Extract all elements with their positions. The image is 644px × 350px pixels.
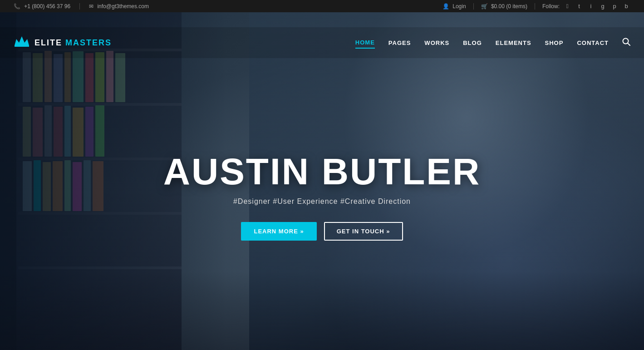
facebook-icon[interactable]:  — [563, 3, 571, 10]
topbar-left: 📞 +1 (800) 456 37 96 ✉ info@gt3themes.co… — [14, 3, 149, 10]
nav-item-elements[interactable]: ELEMENTS — [496, 38, 531, 48]
logo-icon — [14, 35, 30, 50]
phone-icon: 📞 — [14, 3, 20, 10]
nav-item-contact[interactable]: CONTACT — [577, 38, 609, 48]
nav-item-home[interactable]: HOME — [355, 37, 375, 49]
login-link[interactable]: 👤 Login — [442, 3, 466, 10]
cart-icon: 🛒 — [481, 3, 488, 10]
phone-number: 📞 +1 (800) 456 37 96 — [14, 3, 70, 10]
search-icon[interactable] — [622, 38, 630, 48]
svg-rect-0 — [15, 45, 29, 47]
hero-subtitle: #Designer #User Experience #Creative Dir… — [163, 197, 481, 206]
behance-icon[interactable]: b — [622, 3, 630, 10]
get-in-touch-button[interactable]: Get in Touch » — [324, 222, 403, 241]
pinterest-icon[interactable]: p — [610, 3, 619, 10]
google-plus-icon[interactable]: g — [599, 3, 607, 10]
hero-name: AUSTIN BUTLER — [163, 152, 481, 191]
topbar-divider-2 — [473, 3, 474, 10]
topbar-right: 👤 Login 🛒 $0.00 (0 items) Follow:  t i … — [442, 3, 630, 10]
site-logo[interactable]: ELITE MASTERS — [14, 35, 112, 50]
twitter-icon[interactable]: t — [575, 3, 583, 10]
email-icon: ✉ — [89, 3, 93, 10]
nav-item-works[interactable]: WORKS — [424, 38, 449, 48]
learn-more-button[interactable]: Learn More » — [241, 222, 316, 241]
nav-item-pages[interactable]: PAGES — [388, 38, 411, 48]
site-header: ELITE MASTERS HOME PAGES WORKS BLOG ELEM… — [0, 27, 644, 58]
topbar-divider-3 — [535, 3, 535, 10]
user-icon: 👤 — [442, 3, 449, 10]
topbar: 📞 +1 (800) 456 37 96 ✉ info@gt3themes.co… — [0, 0, 644, 12]
topbar-divider — [79, 3, 80, 10]
hero-content: AUSTIN BUTLER #Designer #User Experience… — [163, 152, 481, 241]
social-follow: Follow:  t i g p b — [542, 3, 630, 10]
main-nav: HOME PAGES WORKS BLOG ELEMENTS SHOP CONT… — [355, 37, 630, 49]
instagram-icon[interactable]: i — [587, 3, 595, 10]
nav-item-blog[interactable]: BLOG — [463, 38, 482, 48]
hero-overlay-bottom — [0, 271, 644, 350]
follow-label: Follow: — [542, 3, 560, 10]
logo-text: ELITE MASTERS — [34, 38, 112, 48]
hero-section: ELITE MASTERS HOME PAGES WORKS BLOG ELEM… — [0, 12, 644, 350]
cart-link[interactable]: 🛒 $0.00 (0 items) — [481, 3, 527, 10]
svg-line-2 — [628, 43, 630, 45]
email-address[interactable]: ✉ info@gt3themes.com — [89, 3, 149, 10]
hero-buttons: Learn More » Get in Touch » — [163, 222, 481, 241]
nav-item-shop[interactable]: SHOP — [545, 38, 564, 48]
